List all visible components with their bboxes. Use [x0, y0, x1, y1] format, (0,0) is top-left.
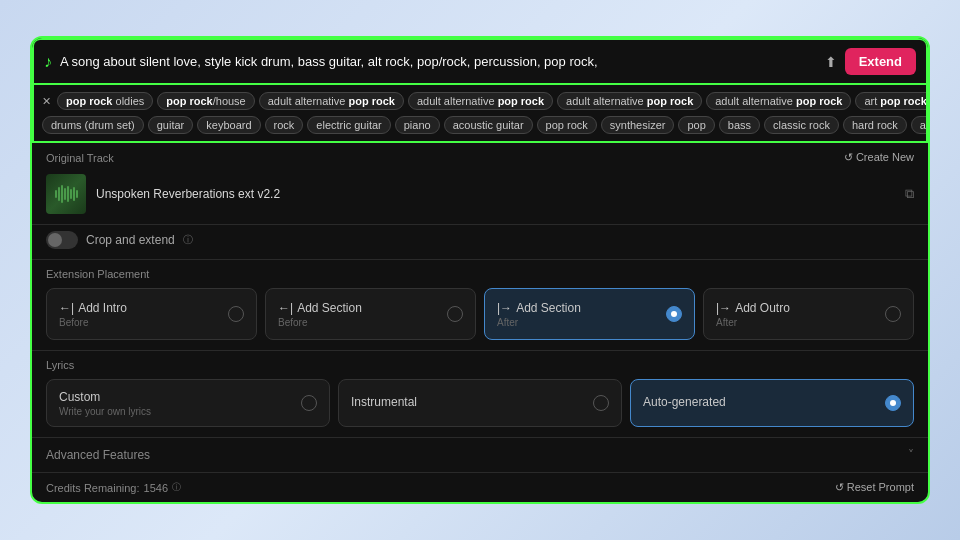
original-track-section: Original Track ↺ Create New: [32, 143, 928, 225]
tag-rock[interactable]: rock: [265, 116, 304, 134]
lyrics-instrumental[interactable]: Instrumental: [338, 379, 622, 427]
tag-pop[interactable]: pop: [678, 116, 714, 134]
placement-outro-sub: After: [716, 317, 790, 328]
lyrics-instrumental-content: Instrumental: [351, 395, 417, 411]
prompt-text: A song about silent love, style kick dru…: [60, 54, 817, 69]
extension-placement-section: Extension Placement ←| Add Intro Before …: [32, 260, 928, 351]
credits-label: Credits Remaining:: [46, 482, 140, 494]
toggle-knob: [48, 233, 62, 247]
reset-prompt-button[interactable]: ↺ Reset Prompt: [835, 481, 914, 494]
lyrics-auto-radio[interactable]: [885, 395, 901, 411]
placement-outro-radio[interactable]: [885, 306, 901, 322]
placement-outro-content: |→ Add Outro After: [716, 301, 790, 328]
placement-add-outro[interactable]: |→ Add Outro After: [703, 288, 914, 340]
footer-bar: Credits Remaining: 1546 ⓘ ↺ Reset Prompt: [32, 473, 928, 502]
credits-remaining: Credits Remaining: 1546 ⓘ: [46, 481, 181, 494]
lyrics-auto-content: Auto-generated: [643, 395, 726, 411]
main-container: ♪ A song about silent love, style kick d…: [30, 36, 930, 504]
track-row: Unspoken Reverberations ext v2.2 ⧉: [32, 168, 928, 224]
tag-classic-rock[interactable]: classic rock: [764, 116, 839, 134]
chevron-down-icon: ˅: [908, 448, 914, 462]
info-icon[interactable]: ⓘ: [183, 233, 193, 247]
crop-toggle[interactable]: [46, 231, 78, 249]
extension-placement-label: Extension Placement: [46, 268, 914, 280]
lyrics-custom-sub: Write your own lyrics: [59, 406, 151, 417]
lyrics-custom-title: Custom: [59, 390, 151, 404]
placement-outro-title: |→ Add Outro: [716, 301, 790, 315]
extend-button[interactable]: Extend: [845, 48, 916, 75]
lyrics-options-container: Custom Write your own lyrics Instrumenta…: [46, 379, 914, 427]
lyrics-custom[interactable]: Custom Write your own lyrics: [46, 379, 330, 427]
placement-add-section-before[interactable]: ←| Add Section Before: [265, 288, 476, 340]
tag-hard-rock[interactable]: hard rock: [843, 116, 907, 134]
tag-piano[interactable]: piano: [395, 116, 440, 134]
tags-row-1: ✕ pop rock oldies pop rock/house adult a…: [34, 89, 926, 113]
music-icon: ♪: [44, 53, 52, 71]
copy-icon[interactable]: ⧉: [905, 186, 914, 202]
lyrics-auto-generated[interactable]: Auto-generated: [630, 379, 914, 427]
arrow-left2-icon: ←|: [278, 301, 293, 315]
prompt-bar: ♪ A song about silent love, style kick d…: [32, 38, 928, 85]
tag-pop-rock-oldies[interactable]: pop rock oldies: [57, 92, 153, 110]
placement-options-container: ←| Add Intro Before ←| Add Section Befor…: [46, 288, 914, 340]
placement-section-after-radio[interactable]: [666, 306, 682, 322]
credits-value: 1546: [144, 482, 168, 494]
create-new-button[interactable]: ↺ Create New: [844, 151, 914, 164]
placement-section-after-content: |→ Add Section After: [497, 301, 581, 328]
lyrics-label: Lyrics: [46, 359, 914, 371]
arrow-left-icon: ←|: [59, 301, 74, 315]
crop-row: Crop and extend ⓘ: [32, 225, 928, 260]
lyrics-instrumental-radio[interactable]: [593, 395, 609, 411]
tags-row-2: drums (drum set) guitar keyboard rock el…: [34, 113, 926, 137]
lyrics-custom-radio[interactable]: [301, 395, 317, 411]
tag-acoustic-guitar[interactable]: acoustic guitar: [444, 116, 533, 134]
tags-section: ✕ pop rock oldies pop rock/house adult a…: [32, 85, 928, 143]
tag-adult-alt-3[interactable]: adult alternative pop rock: [557, 92, 702, 110]
placement-add-intro[interactable]: ←| Add Intro Before: [46, 288, 257, 340]
placement-section-before-radio[interactable]: [447, 306, 463, 322]
placement-section-before-sub: Before: [278, 317, 362, 328]
tag-art-pop-rock-1[interactable]: art pop rock: [855, 92, 926, 110]
original-track-header: Original Track ↺ Create New: [32, 143, 928, 168]
tag-electric-guitar[interactable]: electric guitar: [307, 116, 390, 134]
tag-pop-rock-house[interactable]: pop rock/house: [157, 92, 254, 110]
original-track-label: Original Track: [46, 152, 114, 164]
upload-icon[interactable]: ⬆: [825, 54, 837, 70]
tag-adult-alt-4[interactable]: adult alternative pop rock: [706, 92, 851, 110]
placement-section-before-title: ←| Add Section: [278, 301, 362, 315]
tag-adult-alt-2[interactable]: adult alternative pop rock: [408, 92, 553, 110]
tag-keyboard[interactable]: keyboard: [197, 116, 260, 134]
placement-intro-title: ←| Add Intro: [59, 301, 127, 315]
tag-bass[interactable]: bass: [719, 116, 760, 134]
arrow-right2-icon: |→: [716, 301, 731, 315]
waveform-preview: [55, 184, 78, 204]
tag-adult-alt-1[interactable]: adult alternative pop rock: [259, 92, 404, 110]
track-name: Unspoken Reverberations ext v2.2: [96, 187, 895, 201]
placement-section-before-content: ←| Add Section Before: [278, 301, 362, 328]
crop-label: Crop and extend: [86, 233, 175, 247]
placement-section-after-title: |→ Add Section: [497, 301, 581, 315]
advanced-features-section[interactable]: Advanced Features ˅: [32, 438, 928, 473]
placement-intro-radio[interactable]: [228, 306, 244, 322]
lyrics-custom-content: Custom Write your own lyrics: [59, 390, 151, 417]
credits-info-icon[interactable]: ⓘ: [172, 481, 181, 494]
advanced-features-label: Advanced Features: [46, 448, 150, 462]
arrow-right-icon: |→: [497, 301, 512, 315]
placement-intro-content: ←| Add Intro Before: [59, 301, 127, 328]
tag-drums[interactable]: drums (drum set): [42, 116, 144, 134]
lyrics-auto-title: Auto-generated: [643, 395, 726, 409]
close-tags-icon[interactable]: ✕: [42, 95, 51, 108]
lyrics-section: Lyrics Custom Write your own lyrics Inst…: [32, 351, 928, 438]
placement-intro-sub: Before: [59, 317, 127, 328]
placement-add-section-after[interactable]: |→ Add Section After: [484, 288, 695, 340]
tag-alternative-rock[interactable]: alternative rock: [911, 116, 926, 134]
lyrics-instrumental-title: Instrumental: [351, 395, 417, 409]
track-thumbnail: [46, 174, 86, 214]
tag-guitar[interactable]: guitar: [148, 116, 194, 134]
tag-pop-rock[interactable]: pop rock: [537, 116, 597, 134]
placement-section-after-sub: After: [497, 317, 581, 328]
tag-synthesizer[interactable]: synthesizer: [601, 116, 675, 134]
